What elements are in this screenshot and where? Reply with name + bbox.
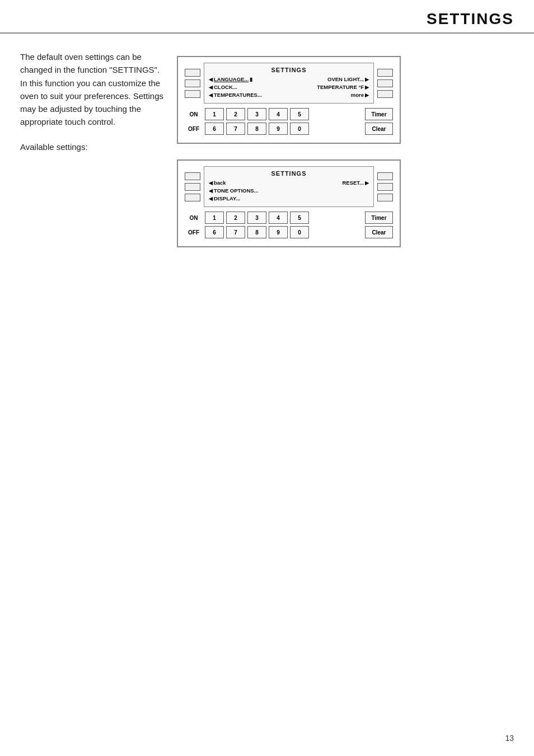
arrow-right-icon-2-0: ▶ [365, 180, 369, 186]
key-2-1[interactable]: 1 [205, 212, 224, 224]
arrow-right-icon-1-0: ▶ [365, 77, 369, 82]
off-label: OFF [185, 126, 203, 132]
screen-left-2-1[interactable]: ◀ TONE OPTIONS... [209, 187, 259, 194]
keypad-1: ON 1 2 3 4 5 Timer OFF 6 7 8 9 0 [185, 108, 393, 135]
screen-left-label-1-2: TEMPERATURES... [214, 92, 262, 98]
screen-2: SETTINGS ◀ back RESET... ▶ ◀ [204, 166, 374, 207]
screen-left-label-2-1: TONE OPTIONS... [214, 187, 259, 194]
clear-button[interactable]: Clear [365, 123, 393, 135]
content-area: The default oven settings can be changed… [0, 34, 534, 247]
side-btn-r1-1[interactable] [377, 69, 393, 77]
key-2-6[interactable]: 6 [205, 226, 224, 238]
key-7[interactable]: 7 [226, 123, 245, 135]
screen-left-1-0[interactable]: ◀ LANGUAGE... ▮ [209, 76, 252, 82]
key-2-3[interactable]: 3 [247, 212, 266, 224]
key-9[interactable]: 9 [269, 123, 288, 135]
timer-button-2[interactable]: Timer [365, 212, 393, 224]
screen-right-1-1[interactable]: TEMPERATURE °F ▶ [317, 84, 369, 90]
side-btn-r2-1[interactable] [377, 172, 393, 180]
side-btn-l2-1[interactable] [185, 172, 200, 180]
keypad-row-1-off: OFF 6 7 8 9 0 Clear [185, 123, 393, 135]
side-buttons-left-2 [185, 166, 200, 207]
display-area-1: SETTINGS ◀ LANGUAGE... ▮ OVEN LIGHT... ▶ [185, 63, 393, 104]
key-3[interactable]: 3 [247, 108, 266, 120]
key-2-9[interactable]: 9 [269, 226, 288, 238]
key-0[interactable]: 0 [290, 123, 309, 135]
available-label: Available settings: [20, 142, 166, 152]
screen-right-label-1-0: OVEN LIGHT... [327, 76, 364, 82]
screen-row-2-2: ◀ DISPLAY... [209, 195, 369, 201]
screen-title-2: SETTINGS [209, 170, 369, 177]
display-area-2: SETTINGS ◀ back RESET... ▶ ◀ [185, 166, 393, 207]
screen-left-1-1[interactable]: ◀ CLOCK... [209, 84, 237, 90]
screen-left-label-2-0: back [214, 180, 226, 186]
timer-button[interactable]: Timer [365, 108, 393, 120]
arrow-left-icon-2-2: ◀ [209, 196, 213, 201]
side-btn-l1-1[interactable] [185, 69, 200, 77]
side-btn-r1-3[interactable] [377, 90, 393, 98]
screen-left-2-0[interactable]: ◀ back [209, 180, 226, 186]
diagram-column: SETTINGS ◀ LANGUAGE... ▮ OVEN LIGHT... ▶ [177, 50, 514, 247]
keypad-row-2-off: OFF 6 7 8 9 0 Clear [185, 226, 393, 238]
screen-row-1-1: ◀ CLOCK... TEMPERATURE °F ▶ [209, 84, 369, 90]
side-btn-l2-3[interactable] [185, 194, 200, 201]
arrow-left-icon-2-1: ◀ [209, 188, 213, 194]
screen-right-1-2[interactable]: more ▶ [351, 92, 369, 98]
screen-row-2-1: ◀ TONE OPTIONS... [209, 187, 369, 194]
oven-panel-1: SETTINGS ◀ LANGUAGE... ▮ OVEN LIGHT... ▶ [177, 56, 401, 144]
arrow-right-icon-1-1: ▶ [365, 84, 369, 90]
key-5[interactable]: 5 [290, 108, 309, 120]
side-buttons-right-1 [377, 63, 393, 104]
screen-left-1-2[interactable]: ◀ TEMPERATURES... [209, 92, 262, 98]
key-2-4[interactable]: 4 [269, 212, 288, 224]
side-btn-l1-2[interactable] [185, 79, 200, 87]
side-btn-r2-2[interactable] [377, 183, 393, 191]
keypad-row-2-on: ON 1 2 3 4 5 Timer [185, 212, 393, 224]
side-btn-r2-3[interactable] [377, 194, 393, 201]
screen-right-1-0[interactable]: OVEN LIGHT... ▶ [327, 76, 369, 82]
page-title: SETTINGS [427, 10, 514, 28]
page-number: 13 [505, 734, 514, 743]
key-4[interactable]: 4 [269, 108, 288, 120]
key-2-2[interactable]: 2 [226, 212, 245, 224]
screen-right-label-2-0: RESET... [342, 180, 364, 186]
screen-left-label-2-2: DISPLAY... [214, 195, 240, 201]
key-2-7[interactable]: 7 [226, 226, 245, 238]
keypad-2: ON 1 2 3 4 5 Timer OFF 6 7 8 9 0 [185, 212, 393, 238]
screen-right-label-1-1: TEMPERATURE °F [317, 84, 364, 90]
side-buttons-left-1 [185, 63, 200, 104]
side-btn-l2-2[interactable] [185, 183, 200, 191]
cursor-icon: ▮ [250, 77, 252, 82]
on-label-2: ON [185, 215, 203, 221]
key-2-5[interactable]: 5 [290, 212, 309, 224]
screen-row-2-0: ◀ back RESET... ▶ [209, 180, 369, 186]
arrow-left-icon-1-2: ◀ [209, 92, 213, 98]
arrow-left-icon: ◀ [209, 77, 213, 82]
screen-row-1-2: ◀ TEMPERATURES... more ▶ [209, 92, 369, 98]
side-btn-r1-2[interactable] [377, 79, 393, 87]
intro-text: The default oven settings can be changed… [20, 50, 166, 129]
text-column: The default oven settings can be changed… [20, 50, 177, 247]
arrow-right-icon-1-2: ▶ [365, 92, 369, 98]
key-8[interactable]: 8 [247, 123, 266, 135]
on-label: ON [185, 111, 203, 118]
screen-1: SETTINGS ◀ LANGUAGE... ▮ OVEN LIGHT... ▶ [204, 63, 374, 104]
screen-row-1-0: ◀ LANGUAGE... ▮ OVEN LIGHT... ▶ [209, 76, 369, 82]
side-buttons-right-2 [377, 166, 393, 207]
screen-right-2-0[interactable]: RESET... ▶ [342, 180, 369, 186]
screen-left-2-2[interactable]: ◀ DISPLAY... [209, 195, 240, 201]
key-2-8[interactable]: 8 [247, 226, 266, 238]
oven-panel-2: SETTINGS ◀ back RESET... ▶ ◀ [177, 159, 401, 247]
side-btn-l1-3[interactable] [185, 90, 200, 98]
key-2[interactable]: 2 [226, 108, 245, 120]
key-2-0[interactable]: 0 [290, 226, 309, 238]
arrow-left-icon-2-0: ◀ [209, 180, 213, 186]
off-label-2: OFF [185, 229, 203, 236]
arrow-left-icon-1-1: ◀ [209, 84, 213, 90]
key-6[interactable]: 6 [205, 123, 224, 135]
screen-right-label-1-2: more [351, 92, 364, 98]
screen-left-label-1-1: CLOCK... [214, 84, 237, 90]
clear-button-2[interactable]: Clear [365, 226, 393, 238]
key-1[interactable]: 1 [205, 108, 224, 120]
screen-title-1: SETTINGS [209, 67, 369, 73]
